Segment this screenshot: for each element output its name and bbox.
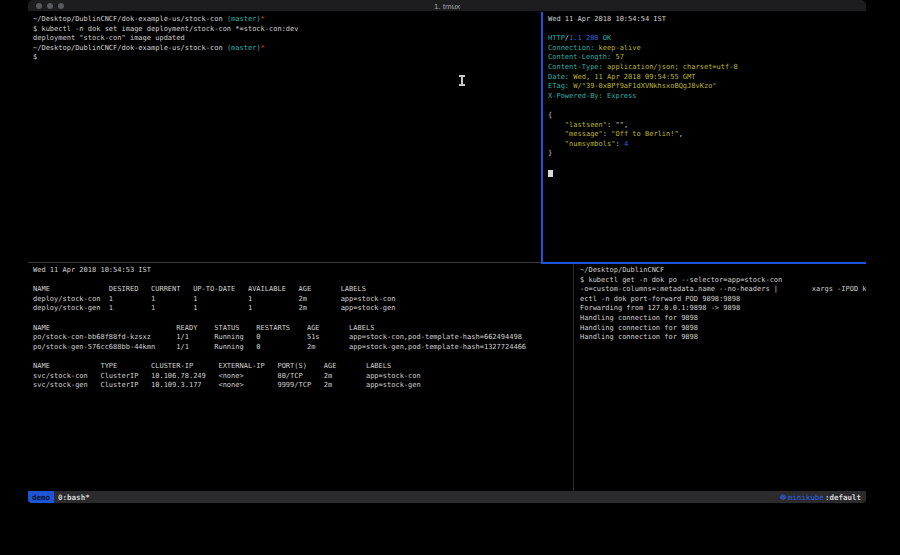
terminal-line: deploy/stock-con 1 1 1 1 2m app=stock-co… [33,295,571,305]
terminal-line [548,169,866,179]
terminal-line: Content-Length: 57 [548,53,866,63]
terminal-line: NAME DESIRED CURRENT UP-TO-DATE AVAILABL… [33,285,571,295]
terminal-line: Handling connection for 9898 [580,314,866,324]
pane-border-horizontal-left[interactable] [28,262,541,263]
terminal-line: Wed 11 Apr 2018 10:54:53 IST [33,266,571,276]
tmux-status-bar: demo 0:bash* ☸ minikube :default [28,491,866,503]
terminal-line [548,159,866,169]
terminal-line: Forwarding from 127.0.0.1:9898 -> 9898 [580,304,866,314]
kube-context-label: minikube [788,493,824,502]
kube-namespace-label: :default [825,493,861,502]
terminal-line [33,314,571,324]
terminal-line: Wed 11 Apr 2018 10:54:54 IST [548,15,866,25]
terminal-line: HTTP/1.1 200 OK [548,34,866,44]
terminal-line: ETag: W/"39-0xBPf9aF1dXVNkhsxoBQgJ8vKzo" [548,82,866,92]
terminal-line: ~/Desktop/DublinCNCF [580,266,866,276]
terminal-line: Handling connection for 9898 [580,333,866,343]
pane-top-left-shell[interactable]: ~/Desktop/DublinCNCF/dok-example-us/stoc… [28,12,540,262]
terminal-cursor [548,170,553,177]
pane-border-horizontal-active[interactable] [541,262,866,264]
pane-border-vertical-active[interactable] [541,12,543,263]
terminal-line: } [548,149,866,159]
terminal-line: ~/Desktop/DublinCNCF/dok-example-us/stoc… [33,15,540,25]
terminal-line: NAME TYPE CLUSTER-IP EXTERNAL-IP PORT(S)… [33,362,571,372]
status-right: ☸ minikube :default [780,493,866,502]
kubernetes-helm-icon: ☸ [780,493,787,502]
terminal-line: $ kubectl get -n dok po --selector=app=s… [580,276,866,286]
terminal-line: svc/stock-con ClusterIP 10.106.78.249 <n… [33,372,571,382]
terminal-line: po/stock-gen-576cc688bb-44kmn 1/1 Runnin… [33,343,571,353]
terminal-line: $ [33,53,540,63]
terminal-line: "lastseen": "", [548,121,866,131]
terminal-line: deploy/stock-gen 1 1 1 1 2m app=stock-ge… [33,304,571,314]
pane-top-right-http-response[interactable]: Wed 11 Apr 2018 10:54:54 IST HTTP/1.1 20… [543,12,866,262]
terminal-line: ectl -n dok port-forward POD 9898:9898 [580,295,866,305]
terminal-line [33,276,571,286]
terminal-line: "numsymbols": 4 [548,140,866,150]
tmux-session: ~/Desktop/DublinCNCF/dok-example-us/stoc… [28,12,866,491]
pane-bottom-right-port-forward[interactable]: ~/Desktop/DublinCNCF$ kubectl get -n dok… [575,263,866,491]
tmux-window-tab[interactable]: 0:bash* [58,493,90,502]
terminal-line: svc/stock-gen ClusterIP 10.109.3.177 <no… [33,381,571,391]
terminal-line: -o=custom-columns=:metadata.name --no-he… [580,285,866,295]
terminal-line: Content-Type: application/json; charset=… [548,63,866,73]
terminal-line: NAME READY STATUS RESTARTS AGE LABELS [33,324,571,334]
terminal-line: po/stock-con-bb68f88fd-kzsxz 1/1 Running… [33,333,571,343]
terminal-line: $ kubectl -n dok set image deployment/st… [33,25,540,35]
mouse-ibeam-cursor [459,75,465,86]
terminal-line: "message": "Off to Berlin!", [548,130,866,140]
terminal-line: deployment "stock-con" image updated [33,34,540,44]
terminal-line: Date: Wed, 11 Apr 2018 09:54:55 GMT [548,73,866,83]
terminal-line [33,352,571,362]
terminal-line [548,25,866,35]
terminal-window: 1. tmux ~/Desktop/DublinCNCF/dok-example… [28,0,866,503]
window-title: 1. tmux [28,2,866,11]
terminal-line: Connection: keep-alive [548,44,866,54]
pane-border-vertical-bottom[interactable] [573,264,574,491]
pane-bottom-left-kubectl-get[interactable]: Wed 11 Apr 2018 10:54:53 IST NAME DESIRE… [28,263,571,491]
session-name-badge: demo [28,491,54,503]
terminal-line [548,101,866,111]
terminal-line: Handling connection for 9898 [580,324,866,334]
title-bar[interactable]: 1. tmux [28,0,866,12]
terminal-line: X-Powered-By: Express [548,92,866,102]
terminal-line: { [548,111,866,121]
terminal-line: ~/Desktop/DublinCNCF/dok-example-us/stoc… [33,44,540,54]
